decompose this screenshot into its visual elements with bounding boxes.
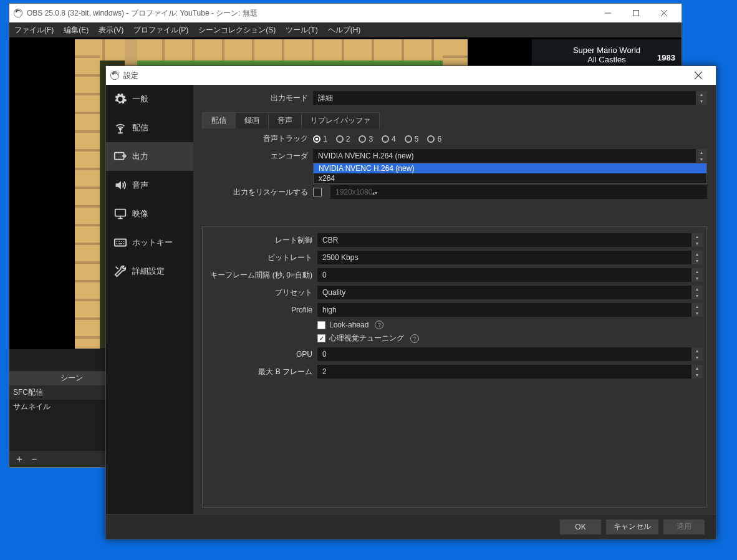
rate-control-select[interactable]: CBR	[317, 233, 703, 247]
rescale-row: 出力をリスケールする 1920x1080	[202, 185, 707, 199]
svg-rect-6	[115, 239, 126, 246]
dialog-close-button[interactable]	[684, 67, 712, 84]
audio-track-radio-5[interactable]: 5	[405, 135, 419, 143]
gear-icon	[113, 92, 127, 106]
preset-label: プリセット	[206, 287, 312, 298]
spin-up-icon[interactable]	[691, 268, 703, 275]
sidebar-item-label: 一般	[132, 94, 148, 105]
ok-button[interactable]: OK	[560, 519, 601, 534]
help-icon[interactable]: ?	[375, 321, 383, 329]
cancel-button[interactable]: キャンセル	[606, 519, 658, 534]
output-mode-select[interactable]: 詳細	[313, 91, 707, 105]
sidebar-item-output[interactable]: 出力	[106, 142, 193, 171]
chevron-updown-icon	[691, 233, 703, 247]
encoder-option-nvenc[interactable]: NVIDIA NVENC H.264 (new)	[314, 163, 706, 173]
svg-rect-1	[633, 11, 638, 16]
close-button[interactable]	[650, 4, 678, 22]
remove-scene-icon[interactable]: －	[29, 453, 39, 466]
menu-profile[interactable]: プロファイル(P)	[133, 25, 188, 36]
monitor-icon	[113, 207, 127, 221]
rescale-value: 1920x1080	[330, 185, 707, 199]
chevron-updown-icon	[696, 91, 707, 105]
maximize-button[interactable]	[622, 4, 650, 22]
spin-up-icon[interactable]	[691, 365, 703, 372]
profile-label: Profile	[206, 306, 312, 314]
menu-help[interactable]: ヘルプ(H)	[328, 25, 361, 36]
tab-replay-buffer[interactable]: リプレイバッファ	[301, 112, 380, 128]
minimize-button[interactable]	[594, 4, 622, 22]
audio-track-radio-3[interactable]: 3	[359, 135, 373, 143]
sidebar-item-label: 配信	[132, 122, 148, 133]
sidebar-item-label: 音声	[132, 180, 148, 191]
sidebar-item-label: 出力	[132, 151, 148, 162]
gpu-input[interactable]: 0	[317, 347, 703, 361]
obs-logo-icon	[13, 8, 23, 18]
output-tabs: 配信 録画 音声 リプレイバッファ	[202, 112, 707, 128]
lookahead-checkbox[interactable]: Look-ahead?	[317, 321, 383, 329]
spin-down-icon[interactable]	[691, 275, 703, 282]
psycho-visual-checkbox[interactable]: 心理視覚チューニング?	[317, 333, 419, 344]
menu-file[interactable]: ファイル(F)	[14, 25, 54, 36]
tab-audio[interactable]: 音声	[268, 112, 302, 128]
audio-track-label: 音声トラック	[202, 133, 308, 144]
settings-sidebar: 一般 配信 出力 音声 映像 ホットキー	[106, 85, 193, 514]
menu-scene-collection[interactable]: シーンコレクション(S)	[198, 25, 276, 36]
sidebar-item-hotkeys[interactable]: ホットキー	[106, 228, 193, 257]
sidebar-item-general[interactable]: 一般	[106, 85, 193, 113]
encoder-option-x264[interactable]: x264	[314, 173, 706, 183]
spin-down-icon[interactable]	[691, 354, 703, 361]
output-mode-label: 出力モード	[202, 93, 308, 104]
encoder-row: エンコーダ NVIDIA NVENC H.264 (new) NVIDIA NV…	[202, 149, 707, 163]
bframes-input[interactable]: 2	[317, 365, 703, 379]
keyframe-input[interactable]: 0	[317, 268, 703, 282]
overlay-year: 1983	[657, 53, 675, 62]
gpu-label: GPU	[206, 350, 312, 359]
tab-streaming[interactable]: 配信	[202, 112, 236, 128]
rescale-label: 出力をリスケールする	[202, 187, 308, 198]
encoder-select[interactable]: NVIDIA NVENC H.264 (new) NVIDIA NVENC H.…	[313, 149, 707, 163]
rescale-checkbox[interactable]	[313, 188, 322, 196]
sidebar-item-audio[interactable]: 音声	[106, 171, 193, 200]
audio-track-row: 音声トラック 1 2 3 4 5 6	[202, 133, 707, 144]
select-value: 詳細	[318, 93, 333, 104]
menu-tools[interactable]: ツール(T)	[286, 25, 317, 36]
sidebar-item-label: 詳細設定	[132, 266, 165, 277]
obs-logo-icon	[110, 70, 120, 80]
settings-content: 出力モード 詳細 配信 録画 音声 リプレイバッファ 音声トラック 1 2 3 …	[193, 85, 716, 514]
keyframe-label: キーフレーム間隔 (秒, 0=自動)	[206, 270, 312, 281]
dialog-titlebar: 設定	[106, 66, 716, 85]
encoder-settings-group: レート制御 CBR ビットレート 2500 Kbps キーフレーム間隔 (秒, …	[202, 226, 707, 508]
sidebar-item-advanced[interactable]: 詳細設定	[106, 257, 193, 286]
main-title: OBS 25.0.8 (32-bit, windows) - プロファイル: Y…	[27, 8, 258, 19]
bframes-label: 最大 B フレーム	[206, 367, 312, 377]
spin-down-icon[interactable]	[691, 372, 703, 379]
audio-track-radio-6[interactable]: 6	[427, 135, 441, 143]
tools-icon	[113, 264, 127, 278]
sidebar-item-video[interactable]: 映像	[106, 200, 193, 228]
preset-select[interactable]: Quality	[317, 286, 703, 299]
menu-view[interactable]: 表示(V)	[99, 25, 123, 36]
spin-up-icon[interactable]	[691, 347, 703, 354]
profile-select[interactable]: high	[317, 303, 703, 317]
spin-up-icon[interactable]	[691, 251, 703, 258]
bitrate-label: ビットレート	[206, 253, 312, 263]
settings-dialog: 設定 一般 配信 出力 音声 映像	[105, 65, 716, 539]
main-menubar[interactable]: ファイル(F) 編集(E) 表示(V) プロファイル(P) シーンコレクション(…	[9, 22, 682, 37]
svg-rect-5	[115, 210, 126, 216]
audio-track-radio-4[interactable]: 4	[382, 135, 396, 143]
rate-control-label: レート制御	[206, 235, 312, 246]
sidebar-item-stream[interactable]: 配信	[106, 113, 193, 142]
bitrate-input[interactable]: 2500 Kbps	[317, 251, 703, 264]
chevron-updown-icon	[691, 303, 703, 317]
add-scene-icon[interactable]: ＋	[14, 453, 24, 466]
chevron-updown-icon	[691, 286, 703, 299]
spin-down-icon[interactable]	[691, 258, 703, 264]
audio-track-radio-2[interactable]: 2	[336, 135, 350, 143]
apply-button[interactable]: 適用	[663, 519, 705, 534]
sidebar-item-label: 映像	[132, 208, 148, 220]
menu-edit[interactable]: 編集(E)	[64, 25, 89, 36]
audio-track-radio-1[interactable]: 1	[313, 135, 327, 143]
help-icon[interactable]: ?	[410, 334, 419, 343]
antenna-icon	[113, 121, 127, 135]
tab-recording[interactable]: 録画	[235, 112, 269, 128]
